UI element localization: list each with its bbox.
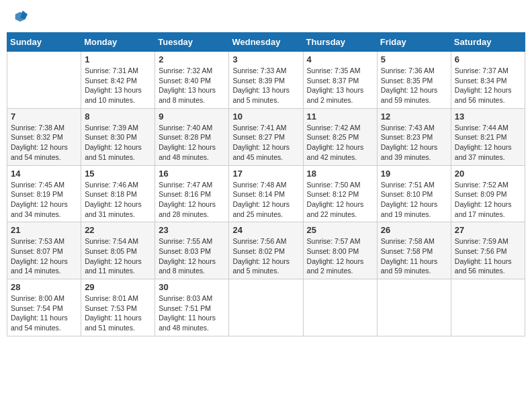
day-info: Sunrise: 7:38 AM Sunset: 8:32 PM Dayligh… (11, 123, 77, 163)
day-info: Sunrise: 7:57 AM Sunset: 8:00 PM Dayligh… (307, 236, 373, 276)
logo (12, 9, 28, 24)
day-info: Sunrise: 7:41 AM Sunset: 8:27 PM Dayligh… (232, 123, 299, 163)
calendar-table: SundayMondayTuesdayWednesdayThursdayFrid… (7, 32, 525, 336)
day-cell: 9Sunrise: 7:40 AM Sunset: 8:28 PM Daylig… (155, 108, 229, 165)
day-info: Sunrise: 7:54 AM Sunset: 8:05 PM Dayligh… (85, 236, 151, 276)
header-friday: Friday (377, 33, 451, 52)
day-cell: 19Sunrise: 7:51 AM Sunset: 8:10 PM Dayli… (377, 165, 451, 222)
day-number: 18 (307, 169, 373, 179)
day-cell: 1Sunrise: 7:31 AM Sunset: 8:42 PM Daylig… (81, 52, 155, 109)
day-cell: 10Sunrise: 7:41 AM Sunset: 8:27 PM Dayli… (229, 108, 303, 165)
day-cell: 12Sunrise: 7:43 AM Sunset: 8:23 PM Dayli… (377, 108, 451, 165)
day-number: 15 (85, 169, 151, 179)
header-saturday: Saturday (451, 33, 525, 52)
day-number: 6 (455, 54, 521, 64)
day-cell (377, 279, 451, 336)
day-number: 20 (455, 169, 521, 179)
day-number: 2 (159, 54, 225, 64)
day-info: Sunrise: 7:37 AM Sunset: 8:34 PM Dayligh… (455, 66, 521, 105)
logo-icon (13, 9, 28, 24)
day-number: 16 (159, 169, 225, 179)
day-info: Sunrise: 7:48 AM Sunset: 8:14 PM Dayligh… (232, 180, 299, 220)
day-number: 23 (159, 225, 225, 235)
day-cell: 23Sunrise: 7:55 AM Sunset: 8:03 PM Dayli… (155, 222, 229, 279)
day-info: Sunrise: 7:39 AM Sunset: 8:30 PM Dayligh… (85, 123, 151, 163)
day-number: 10 (232, 111, 299, 122)
header-thursday: Thursday (303, 33, 377, 52)
day-cell: 29Sunrise: 8:01 AM Sunset: 7:53 PM Dayli… (81, 279, 155, 336)
day-info: Sunrise: 7:51 AM Sunset: 8:10 PM Dayligh… (381, 180, 447, 220)
day-info: Sunrise: 8:01 AM Sunset: 7:53 PM Dayligh… (85, 293, 151, 333)
day-cell: 20Sunrise: 7:52 AM Sunset: 8:09 PM Dayli… (451, 165, 525, 222)
day-number: 14 (11, 169, 77, 179)
header-tuesday: Tuesday (155, 33, 229, 52)
day-info: Sunrise: 7:35 AM Sunset: 8:37 PM Dayligh… (307, 66, 373, 105)
day-cell: 15Sunrise: 7:46 AM Sunset: 8:18 PM Dayli… (81, 165, 155, 222)
day-info: Sunrise: 7:32 AM Sunset: 8:40 PM Dayligh… (159, 66, 225, 105)
day-info: Sunrise: 7:45 AM Sunset: 8:19 PM Dayligh… (11, 180, 77, 220)
day-cell: 14Sunrise: 7:45 AM Sunset: 8:19 PM Dayli… (7, 165, 81, 222)
day-number: 26 (381, 225, 447, 235)
day-number: 29 (85, 282, 151, 292)
day-info: Sunrise: 7:44 AM Sunset: 8:21 PM Dayligh… (455, 123, 521, 163)
day-cell: 25Sunrise: 7:57 AM Sunset: 8:00 PM Dayli… (303, 222, 377, 279)
day-info: Sunrise: 7:50 AM Sunset: 8:12 PM Dayligh… (307, 180, 373, 220)
day-cell: 11Sunrise: 7:42 AM Sunset: 8:25 PM Dayli… (303, 108, 377, 165)
day-info: Sunrise: 7:42 AM Sunset: 8:25 PM Dayligh… (307, 123, 373, 163)
day-number: 4 (307, 54, 373, 64)
week-row-2: 7Sunrise: 7:38 AM Sunset: 8:32 PM Daylig… (7, 108, 525, 165)
day-cell: 2Sunrise: 7:32 AM Sunset: 8:40 PM Daylig… (155, 52, 229, 109)
day-number: 3 (232, 54, 299, 64)
day-number: 28 (11, 282, 77, 292)
day-number: 21 (11, 225, 77, 235)
day-cell: 17Sunrise: 7:48 AM Sunset: 8:14 PM Dayli… (229, 165, 303, 222)
day-number: 11 (307, 111, 373, 122)
day-cell (451, 279, 525, 336)
day-cell: 4Sunrise: 7:35 AM Sunset: 8:37 PM Daylig… (303, 52, 377, 109)
day-info: Sunrise: 7:58 AM Sunset: 7:58 PM Dayligh… (381, 236, 447, 276)
day-info: Sunrise: 7:55 AM Sunset: 8:03 PM Dayligh… (159, 236, 225, 276)
day-info: Sunrise: 7:43 AM Sunset: 8:23 PM Dayligh… (381, 123, 447, 163)
day-cell: 5Sunrise: 7:36 AM Sunset: 8:35 PM Daylig… (377, 52, 451, 109)
calendar-header-row: SundayMondayTuesdayWednesdayThursdayFrid… (7, 33, 525, 52)
page-header (7, 7, 525, 27)
day-number: 9 (159, 111, 225, 122)
day-info: Sunrise: 7:56 AM Sunset: 8:02 PM Dayligh… (232, 236, 299, 276)
day-cell: 22Sunrise: 7:54 AM Sunset: 8:05 PM Dayli… (81, 222, 155, 279)
day-cell: 8Sunrise: 7:39 AM Sunset: 8:30 PM Daylig… (81, 108, 155, 165)
day-cell: 27Sunrise: 7:59 AM Sunset: 7:56 PM Dayli… (451, 222, 525, 279)
day-cell: 18Sunrise: 7:50 AM Sunset: 8:12 PM Dayli… (303, 165, 377, 222)
day-cell: 16Sunrise: 7:47 AM Sunset: 8:16 PM Dayli… (155, 165, 229, 222)
day-info: Sunrise: 7:46 AM Sunset: 8:18 PM Dayligh… (85, 180, 151, 220)
day-number: 5 (381, 54, 447, 64)
day-cell: 24Sunrise: 7:56 AM Sunset: 8:02 PM Dayli… (229, 222, 303, 279)
day-cell: 13Sunrise: 7:44 AM Sunset: 8:21 PM Dayli… (451, 108, 525, 165)
day-cell: 7Sunrise: 7:38 AM Sunset: 8:32 PM Daylig… (7, 108, 81, 165)
day-number: 30 (159, 282, 225, 292)
day-number: 22 (85, 225, 151, 235)
day-cell: 6Sunrise: 7:37 AM Sunset: 8:34 PM Daylig… (451, 52, 525, 109)
day-number: 27 (455, 225, 521, 235)
day-info: Sunrise: 8:03 AM Sunset: 7:51 PM Dayligh… (159, 293, 225, 333)
day-info: Sunrise: 8:00 AM Sunset: 7:54 PM Dayligh… (11, 293, 77, 333)
day-cell: 21Sunrise: 7:53 AM Sunset: 8:07 PM Dayli… (7, 222, 81, 279)
day-number: 7 (11, 111, 77, 122)
day-cell: 30Sunrise: 8:03 AM Sunset: 7:51 PM Dayli… (155, 279, 229, 336)
day-number: 17 (232, 169, 299, 179)
day-number: 24 (232, 225, 299, 235)
day-cell (7, 52, 81, 109)
svg-marker-1 (20, 11, 28, 19)
day-cell: 28Sunrise: 8:00 AM Sunset: 7:54 PM Dayli… (7, 279, 81, 336)
day-info: Sunrise: 7:36 AM Sunset: 8:35 PM Dayligh… (381, 66, 447, 105)
day-info: Sunrise: 7:47 AM Sunset: 8:16 PM Dayligh… (159, 180, 225, 220)
day-number: 8 (85, 111, 151, 122)
header-monday: Monday (81, 33, 155, 52)
day-cell (303, 279, 377, 336)
day-number: 1 (85, 54, 151, 64)
day-number: 25 (307, 225, 373, 235)
week-row-4: 21Sunrise: 7:53 AM Sunset: 8:07 PM Dayli… (7, 222, 525, 279)
day-number: 13 (455, 111, 521, 122)
day-info: Sunrise: 7:33 AM Sunset: 8:39 PM Dayligh… (232, 66, 299, 105)
day-info: Sunrise: 7:59 AM Sunset: 7:56 PM Dayligh… (455, 236, 521, 276)
day-info: Sunrise: 7:40 AM Sunset: 8:28 PM Dayligh… (159, 123, 225, 163)
